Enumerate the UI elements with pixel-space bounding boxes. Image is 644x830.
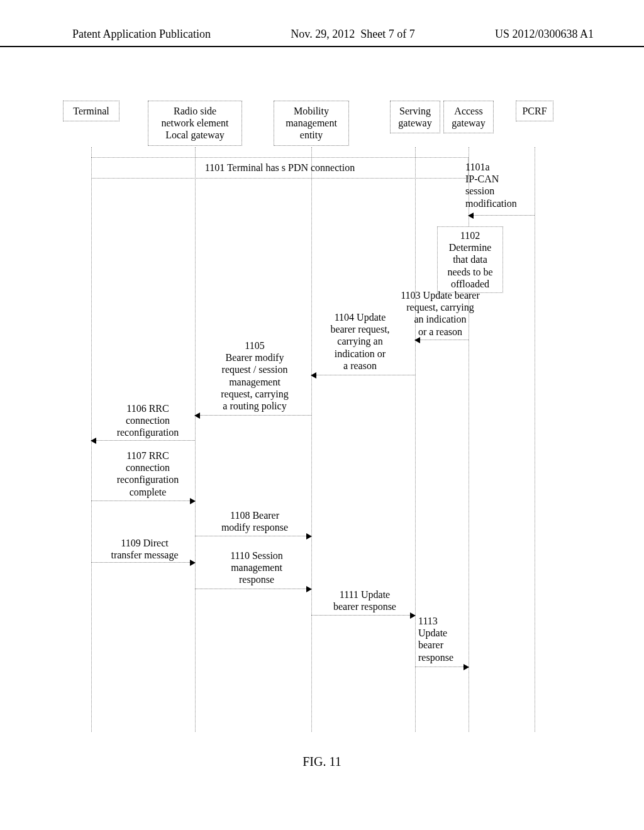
arrow-1106 xyxy=(91,440,195,441)
label-1113: 1113 Update bearer response xyxy=(418,615,469,663)
arrow-1104 xyxy=(311,375,415,375)
participant-access-gateway: Access gateway xyxy=(443,101,494,133)
arrow-1113 xyxy=(415,667,469,667)
arrow-1103 xyxy=(415,340,469,340)
label-1106: 1106 RRC connection reconfiguration xyxy=(104,402,192,439)
arrow-1108 xyxy=(195,536,311,536)
participant-pcrf: PCRF xyxy=(516,101,553,121)
header-left: Patent Application Publication xyxy=(72,28,211,41)
label-1111: 1111 Update bearer response xyxy=(321,589,409,612)
arrow-1109 xyxy=(91,562,195,563)
arrow-1105 xyxy=(195,415,311,416)
page-header: Patent Application Publication Nov. 29, … xyxy=(0,28,644,47)
lifeline-sgw xyxy=(415,147,416,732)
sequence-diagram: Terminal Radio side network element Loca… xyxy=(63,101,581,748)
lifeline-radio xyxy=(195,147,196,732)
process-1102: 1102 Determine that data needs to be off… xyxy=(437,226,503,293)
participant-serving-gateway: Serving gateway xyxy=(390,101,440,133)
arrow-1101a xyxy=(469,215,535,216)
label-1110: 1110 Session management response xyxy=(213,550,301,586)
label-1104: 1104 Update bearer request, carrying an … xyxy=(314,311,406,372)
arrow-1110 xyxy=(195,589,311,589)
label-1109: 1109 Direct transfer message xyxy=(97,537,192,561)
arrow-1111 xyxy=(311,615,415,616)
participant-mme: Mobility management entity xyxy=(274,101,349,146)
header-right: US 2012/0300638 A1 xyxy=(495,28,594,41)
label-1107: 1107 RRC connection reconfiguration comp… xyxy=(104,450,192,498)
participant-radio: Radio side network element Local gateway xyxy=(148,101,242,146)
figure-caption: FIG. 11 xyxy=(0,755,644,769)
lifeline-pcrf xyxy=(535,147,535,732)
label-1105: 1105 Bearer modify request / session man… xyxy=(204,340,305,412)
label-1108: 1108 Bearer modify response xyxy=(208,509,302,533)
lifeline-mme xyxy=(311,147,312,732)
frame-1101: 1101 Terminal has s PDN connection xyxy=(91,157,469,179)
header-center: Nov. 29, 2012 Sheet 7 of 7 xyxy=(291,28,414,41)
arrow-1107 xyxy=(91,501,195,501)
label-1101a: 1101a IP-CAN session modification xyxy=(465,161,541,209)
participant-terminal: Terminal xyxy=(63,101,119,121)
